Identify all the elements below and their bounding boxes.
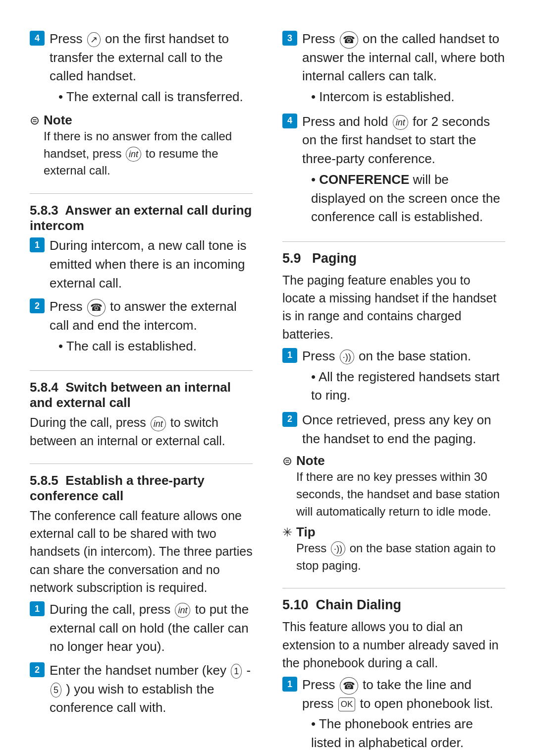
step-510-1-text: Press ☎ to take the line and press OK to… <box>302 676 505 754</box>
note-block-1: ⊜ Note If there is no answer from the ca… <box>30 113 253 179</box>
step-585-2b: - <box>246 663 251 678</box>
phone-icon-583: ☎ <box>87 299 106 316</box>
step-583-2-text: Press ☎ to answer the external call and … <box>50 297 253 356</box>
section-583: 5.8.3 Answer an external call during int… <box>30 203 253 356</box>
step-583-2-bullets: The call is established. <box>50 337 253 356</box>
note-text-1: If there is no answer from the called ha… <box>44 128 253 179</box>
step-510-1-rest: to open phonebook list. <box>360 696 493 711</box>
step-num-585-2: 2 <box>30 662 45 677</box>
bullet-ring: All the registered handsets start to rin… <box>311 368 505 405</box>
step-59-1: 1 Press ·)) on the base station. All the… <box>282 347 505 406</box>
step-num-59-2: 2 <box>282 412 297 427</box>
tip-block-59: ✳ Tip Press ·)) on the base station agai… <box>282 524 505 575</box>
section-585: 5.8.5 Establish a three-party conference… <box>30 473 253 717</box>
step-4r-bullets: CONFERENCE will be displayed on the scre… <box>302 171 505 227</box>
section-59: 5.9 Paging The paging feature enables yo… <box>282 251 505 574</box>
step-583-2: 2 Press ☎ to answer the external call an… <box>30 297 253 356</box>
step-583-1: 1 During intercom, a new call tone is em… <box>30 236 253 292</box>
heading-59: 5.9 Paging <box>282 251 505 266</box>
tip-icon-59: ✳ <box>282 525 292 539</box>
tip-label-59: Tip <box>296 524 316 539</box>
step-59-2: 2 Once retrieved, press any key on the h… <box>282 411 505 448</box>
step-4-transfer: 4 Press ↗ on the first handset to transf… <box>30 30 253 108</box>
step-585-2: 2 Enter the handset number (key 1 - 5 ) … <box>30 661 253 717</box>
page-icon-59-1: ·)) <box>340 349 354 364</box>
section-584: 5.8.4 Switch between an internal and ext… <box>30 380 253 450</box>
step-num-510-1: 1 <box>282 677 297 692</box>
note-icon-59: ⊜ <box>282 454 292 468</box>
tip-rest-59: on the base station again to stop paging… <box>296 541 496 572</box>
note-icon-1: ⊜ <box>30 114 40 127</box>
left-column: 4 Press ↗ on the first handset to transf… <box>30 30 253 756</box>
step-num-585-1: 1 <box>30 601 45 616</box>
note-label-59: Note <box>296 453 325 468</box>
step-59-2-text: Once retrieved, press any key on the han… <box>302 411 505 448</box>
section-510: 5.10 Chain Dialing This feature allows y… <box>282 597 505 754</box>
press-label-3r: Press <box>302 31 335 46</box>
step-4-right-text: Press and hold int for 2 seconds on the … <box>302 113 505 228</box>
transfer-icon: ↗ <box>87 32 101 47</box>
phone-icon-510: ☎ <box>340 677 358 695</box>
tip-text-59: Press ·)) on the base station again to s… <box>296 540 505 575</box>
step-4-right: 4 Press and hold int for 2 seconds on th… <box>282 113 505 228</box>
step-585-1-text: During the call, press int to put the ex… <box>50 600 253 656</box>
press-hold-label: Press and hold <box>302 114 388 129</box>
step-510-1-bullets: The phonebook entries are listed in alph… <box>302 715 505 752</box>
step-num-583-2: 2 <box>30 298 45 313</box>
body-584a: During the call, press <box>30 415 146 429</box>
step-num-583-1: 1 <box>30 237 45 252</box>
heading-585: 5.8.5 Establish a three-party conference… <box>30 473 253 504</box>
key2-icon: 5 <box>51 683 61 698</box>
tip-content-59: Tip Press ·)) on the base station again … <box>296 524 505 575</box>
step-585-1: 1 During the call, press int to put the … <box>30 600 253 656</box>
step-3-right: 3 Press ☎ on the called handset to answe… <box>282 30 505 108</box>
bullet-intercom-est: Intercom is established. <box>311 88 505 107</box>
note-content-59: Note If there are no key presses within … <box>296 453 505 520</box>
body-584: During the call, press int to switch bet… <box>30 413 253 450</box>
tip-press-59: Press <box>296 541 326 555</box>
bullet-call-est: The call is established. <box>58 337 253 356</box>
note-label-1: Note <box>44 113 72 127</box>
press-510-1: Press <box>302 677 335 692</box>
step-585-1a: During the call, press <box>50 602 170 617</box>
ok-icon-510: OK <box>338 698 356 712</box>
step-3-right-text: Press ☎ on the called handset to answer … <box>302 30 505 108</box>
step-585-2a: Enter the handset number (key <box>50 663 226 678</box>
divider-2 <box>30 370 253 371</box>
page-icon-tip: ·)) <box>331 541 345 556</box>
step-510-1: 1 Press ☎ to take the line and press OK … <box>282 676 505 754</box>
step-585-2-text: Enter the handset number (key 1 - 5 ) yo… <box>50 661 253 717</box>
note-text-59: If there are no key presses within 30 se… <box>296 468 505 520</box>
intro-585: The conference call feature allows one e… <box>30 507 253 596</box>
step-583-2-press: Press <box>50 299 82 314</box>
step-4-transfer-text: Press ↗ on the first handset to transfer… <box>50 30 253 108</box>
bullet-conference: CONFERENCE will be displayed on the scre… <box>311 171 505 227</box>
bullet-phonebook: The phonebook entries are listed in alph… <box>311 715 505 752</box>
int-icon-4r: int <box>393 115 408 130</box>
step-59-1-bullets: All the registered handsets start to rin… <box>302 368 505 405</box>
heading-510: 5.10 Chain Dialing <box>282 597 505 613</box>
step-59-1-rest: on the base station. <box>359 349 471 363</box>
divider-1 <box>30 193 253 194</box>
step-59-1-text: Press ·)) on the base station. All the r… <box>302 347 505 406</box>
page-layout: 4 Press ↗ on the first handset to transf… <box>30 30 505 756</box>
phone-icon-3r: ☎ <box>340 31 358 49</box>
step-num-4a: 4 <box>30 31 45 46</box>
right-column: 3 Press ☎ on the called handset to answe… <box>282 30 505 756</box>
heading-584: 5.8.4 Switch between an internal and ext… <box>30 380 253 410</box>
note-content-1: Note If there is no answer from the call… <box>44 113 253 179</box>
int-icon-note1: int <box>126 147 141 162</box>
int-icon-585-1: int <box>175 603 190 618</box>
bullet-transferred: The external call is transferred. <box>58 88 253 107</box>
intro-510: This feature allows you to dial an exten… <box>282 618 505 672</box>
divider-5 <box>282 588 505 588</box>
conf-label: CONFERENCE <box>319 172 409 187</box>
intro-59: The paging feature enables you to locate… <box>282 271 505 343</box>
heading-583: 5.8.3 Answer an external call during int… <box>30 203 253 233</box>
step-num-4r: 4 <box>282 114 297 128</box>
divider-3 <box>30 464 253 464</box>
press-label-59-1: Press <box>302 349 335 363</box>
step-3r-bullets: Intercom is established. <box>302 88 505 107</box>
step-4-bullets: The external call is transferred. <box>50 88 253 107</box>
step-num-3r: 3 <box>282 31 297 46</box>
